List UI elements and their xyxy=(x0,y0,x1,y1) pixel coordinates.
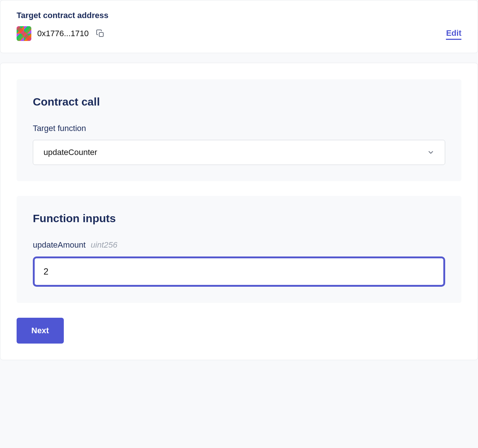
function-inputs-section: Function inputs updateAmount uint256 xyxy=(17,196,461,303)
function-inputs-title: Function inputs xyxy=(33,212,445,225)
header-left: Target contract address 0x1776...1710 xyxy=(17,11,108,41)
address-text: 0x1776...1710 xyxy=(37,29,89,38)
input-param-name: updateAmount xyxy=(33,240,86,250)
target-function-select-wrapper: updateCounter xyxy=(33,140,445,165)
chevron-down-icon xyxy=(427,149,434,156)
input-param-type: uint256 xyxy=(91,240,117,250)
target-function-label: Target function xyxy=(33,124,445,133)
main-card: Contract call Target function updateCoun… xyxy=(0,63,478,360)
contract-call-section: Contract call Target function updateCoun… xyxy=(17,79,461,181)
contract-call-title: Contract call xyxy=(33,96,445,108)
target-function-value: updateCounter xyxy=(44,148,97,157)
update-amount-input[interactable] xyxy=(33,256,445,287)
target-address-card: Target contract address 0x1776...1710 Ed… xyxy=(0,0,478,53)
address-identicon xyxy=(17,26,31,41)
next-button[interactable]: Next xyxy=(17,318,64,344)
copy-address-button[interactable] xyxy=(94,28,106,39)
target-function-select[interactable]: updateCounter xyxy=(33,140,445,165)
address-row: 0x1776...1710 xyxy=(17,26,108,41)
input-label-row: updateAmount uint256 xyxy=(33,240,445,250)
edit-link[interactable]: Edit xyxy=(446,28,461,40)
svg-rect-0 xyxy=(99,32,103,37)
target-address-title: Target contract address xyxy=(17,11,108,20)
copy-icon xyxy=(96,29,105,38)
